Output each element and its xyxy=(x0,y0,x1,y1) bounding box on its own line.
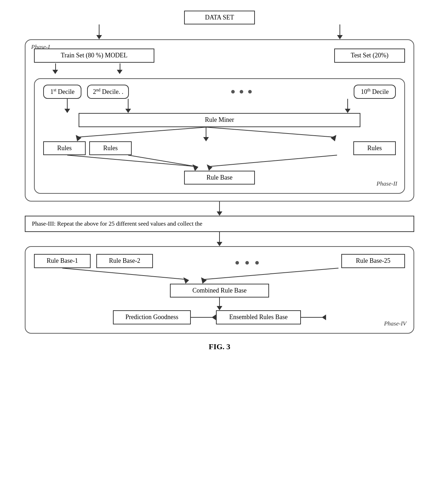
test-set-box: Test Set (20%) xyxy=(334,49,405,62)
ensembled-rules-base-box: Ensembled Rules Base xyxy=(216,310,301,324)
prediction-goodness-box: Prediction Goodness xyxy=(113,310,191,324)
phase-i-container: Phase-I Train Set (80 %) MODEL Test Set … xyxy=(25,39,414,202)
svg-marker-9 xyxy=(203,137,209,141)
svg-line-20 xyxy=(204,268,338,279)
rules2-box: Rules xyxy=(89,141,132,155)
phase-ii-label: Phase-II xyxy=(376,180,397,187)
rules3-box: Rules xyxy=(353,141,396,155)
phase-i-label: Phase-I xyxy=(31,44,50,51)
phaseiv-dot1 xyxy=(235,261,239,265)
phaseiv-dot3 xyxy=(255,261,259,265)
phase-iv-container: Phase-IV Rule Base-1 Rule Base-2 Rule Ba… xyxy=(25,246,414,333)
combined-rule-base-box: Combined Rule Base xyxy=(170,284,269,298)
dot3 xyxy=(248,90,252,94)
train-set-box: Train Set (80 %) MODEL xyxy=(34,49,154,62)
phaseiv-dot2 xyxy=(245,261,249,265)
svg-line-12 xyxy=(67,155,195,166)
dot1 xyxy=(231,90,235,94)
svg-marker-5 xyxy=(345,109,350,113)
svg-marker-11 xyxy=(331,135,336,141)
rule-base-25-box: Rule Base-25 xyxy=(341,254,405,268)
rules-to-rulebase-arrows xyxy=(43,155,396,171)
rulebases-to-combined-arrows xyxy=(34,268,405,284)
ruleminer-to-rules-arrows xyxy=(43,127,396,141)
decile2-box: 2nd Decile. . xyxy=(87,85,129,99)
rule-miner-box: Rule Miner xyxy=(79,113,361,127)
svg-line-18 xyxy=(62,268,186,279)
svg-marker-19 xyxy=(183,277,189,284)
dot2 xyxy=(240,90,243,94)
dataset-box: DATA SET xyxy=(184,11,255,24)
svg-marker-1 xyxy=(64,109,70,113)
svg-marker-21 xyxy=(201,277,207,284)
svg-marker-3 xyxy=(125,109,131,113)
phase-iii-box: Phase-III: Repeat the above for 25 diffe… xyxy=(25,216,414,232)
svg-line-6 xyxy=(79,127,206,137)
svg-marker-7 xyxy=(76,135,81,141)
decile-to-ruleminer-arrows xyxy=(43,99,396,113)
diagram: DATA SET Phase-I Train Set (80 %) MODEL … xyxy=(25,11,414,351)
rule-base-2-box: Rule Base-2 xyxy=(96,254,153,268)
svg-marker-17 xyxy=(207,164,212,171)
decile10-box: 10th Decile xyxy=(354,85,396,99)
rules1-box: Rules xyxy=(43,141,86,155)
decile1-box: 1st Decile xyxy=(43,85,81,99)
phase-ii-container: Phase-II 1st Decile 2nd Decile. . 10th D… xyxy=(34,78,405,194)
svg-line-14 xyxy=(128,155,195,166)
rule-base-1-box: Rule Base-1 xyxy=(34,254,91,268)
svg-marker-15 xyxy=(193,165,198,171)
phase-iv-label: Phase-IV xyxy=(384,320,406,327)
figure-label: FIG. 3 xyxy=(209,342,230,351)
rule-base-box: Rule Base xyxy=(184,171,255,185)
svg-line-16 xyxy=(210,155,337,166)
svg-line-10 xyxy=(206,127,333,137)
